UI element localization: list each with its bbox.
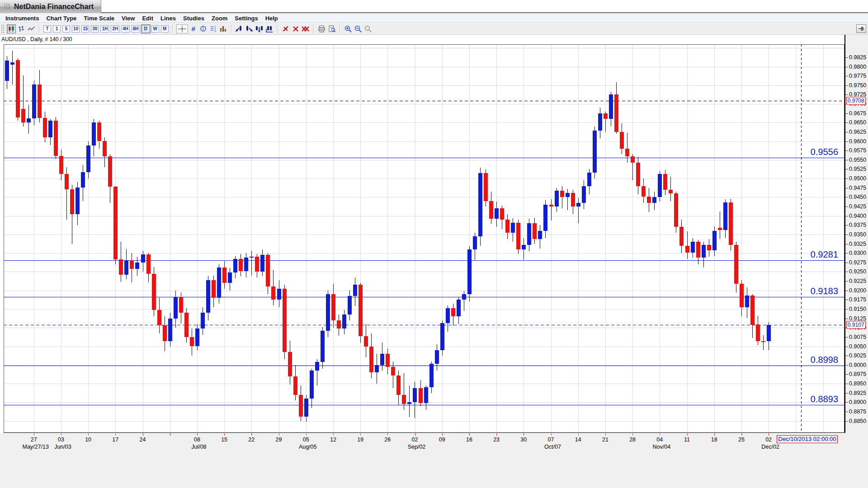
price-axis-tick	[845, 188, 848, 188]
expand-bars-button[interactable]	[265, 24, 274, 33]
time-axis-tick	[387, 433, 388, 436]
toolbar-separator	[172, 25, 173, 33]
support-resistance-label: 0.8998	[811, 355, 838, 365]
price-axis-tick	[845, 150, 848, 151]
price-axis-tick	[845, 67, 848, 67]
zoom-out-button[interactable]	[354, 24, 363, 33]
time-axis-week-label: 07	[548, 436, 554, 443]
time-axis-week-label: 17	[112, 436, 118, 443]
time-axis-week-label: 08	[194, 436, 200, 443]
price-axis-tick	[845, 319, 848, 319]
zoom-in-button[interactable]	[344, 24, 353, 33]
current-time-label: Dec/10/2013 02:00:00	[777, 435, 838, 443]
price-axis-tick	[845, 244, 848, 244]
zoom-out-icon	[354, 25, 362, 33]
toolbar-separator	[231, 25, 232, 33]
menu-view[interactable]: View	[118, 15, 138, 22]
time-axis-week-label: 27	[31, 436, 37, 443]
time-axis-tick	[660, 433, 660, 436]
print-button[interactable]	[317, 24, 326, 33]
menu-settings[interactable]: Settings	[231, 15, 261, 22]
timeframe-10-button[interactable]: 10	[72, 25, 80, 33]
timeframe-30-button[interactable]: 30	[91, 25, 99, 33]
price-axis-label: 0.9150	[849, 306, 866, 312]
toolbar-separator	[313, 25, 314, 33]
candlestick-chart-button[interactable]	[7, 24, 16, 33]
timeframe-5-button[interactable]: 5	[62, 25, 70, 33]
timeframe-4h-button[interactable]: 4H	[121, 25, 130, 33]
window-title-tab[interactable]: NetDania FinanceChart	[0, 0, 101, 13]
timeframe-1-button[interactable]: 1	[53, 25, 61, 33]
menu-zoom[interactable]: Zoom	[208, 15, 231, 22]
timeframe-15-button[interactable]: 15	[81, 25, 89, 33]
time-axis-month-label: Aug/05	[299, 444, 317, 450]
price-axis-tick	[845, 206, 848, 207]
menu-edit[interactable]: Edit	[138, 15, 157, 22]
timeframe-d-button[interactable]: D	[142, 25, 150, 33]
timeframe-1h-button[interactable]: 1H	[100, 25, 109, 33]
line-chart-button[interactable]	[27, 24, 36, 33]
timeframe-w-button[interactable]: W	[151, 25, 159, 33]
print-preview-button[interactable]	[327, 24, 336, 33]
pin-icon	[858, 26, 864, 32]
timeframe-t-button[interactable]: T	[43, 25, 51, 33]
time-axis-tick	[524, 433, 524, 436]
ohlc-bar-chart-button[interactable]	[17, 24, 26, 33]
info-button[interactable]	[199, 24, 208, 33]
menu-lines[interactable]: Lines	[157, 15, 179, 22]
price-axis-tick	[845, 402, 848, 403]
time-axis-tick	[578, 433, 579, 436]
menu-time-scale[interactable]: Time Scale	[80, 15, 118, 22]
price-axis-label: 0.8975	[849, 371, 866, 377]
time-axis[interactable]: Dec/10/2013 02:00:00 27May/27/1303Jun/03…	[0, 433, 868, 488]
zoom-reset-button[interactable]	[363, 24, 373, 33]
menu-studies[interactable]: Studies	[179, 15, 208, 22]
price-axis-tick	[845, 225, 848, 225]
ohlc-bar-chart-icon	[18, 25, 25, 33]
time-axis-week-label: 15	[221, 436, 227, 443]
price-axis-tick	[845, 337, 848, 338]
menu-chart-type[interactable]: Chart Type	[42, 15, 80, 22]
price-axis-label: 0.9550	[849, 157, 866, 163]
timeframe-m-button[interactable]: M	[161, 25, 169, 33]
price-axis-label: 0.9425	[849, 203, 866, 210]
support-resistance-label: 0.9281	[811, 249, 838, 260]
menu-bar: InstrumentsChart TypeTime ScaleViewEditL…	[0, 14, 868, 23]
grid-toggle-button[interactable]: #	[189, 24, 198, 33]
time-axis-tick	[251, 433, 252, 436]
timeframe-8h-button[interactable]: 8H	[132, 25, 140, 33]
price-axis-label: 0.9475	[849, 185, 866, 191]
pin-panel-button[interactable]	[856, 24, 866, 33]
toolbar-separator	[277, 25, 278, 33]
time-axis-tick	[333, 433, 334, 436]
time-axis-week-label: 02	[765, 436, 772, 443]
timeframe-2h-button[interactable]: 2H	[111, 25, 119, 33]
price-axis[interactable]: 0.98250.98000.97750.97500.97250.97000.96…	[844, 35, 868, 433]
time-axis-week-label: 02	[412, 436, 418, 443]
menu-help[interactable]: Help	[262, 15, 282, 22]
compress-bars-button[interactable]	[255, 24, 264, 33]
price-axis-label: 0.9450	[849, 194, 866, 200]
price-axis-tick	[845, 393, 848, 394]
menu-instruments[interactable]: Instruments	[2, 15, 42, 22]
delete-all-button[interactable]	[301, 24, 310, 33]
delete-selected-button[interactable]	[291, 24, 300, 33]
price-axis-tick	[845, 412, 848, 412]
crosshair-button[interactable]	[176, 24, 188, 33]
time-axis-tick	[496, 433, 497, 436]
price-chart-canvas[interactable]	[4, 44, 844, 433]
time-axis-tick	[714, 433, 715, 436]
time-axis-week-label: 21	[602, 436, 609, 443]
price-levels-button[interactable]: 123	[209, 24, 218, 33]
shift-bars-right-button[interactable]	[245, 24, 254, 33]
svg-text:3: 3	[214, 30, 216, 32]
delete-line-button[interactable]	[281, 24, 290, 33]
volume-histogram-icon	[220, 25, 226, 32]
price-axis-tick	[845, 216, 848, 216]
time-axis-tick	[115, 433, 116, 436]
chart-plot-area[interactable]: AUD/USD , Daily, # 140 / 300 0.95560.928…	[0, 35, 844, 433]
price-axis-label: 0.9650	[849, 119, 866, 126]
volume-button[interactable]	[219, 24, 228, 33]
shift-bars-left-button[interactable]	[235, 24, 244, 33]
toolbar-drag-handle[interactable]	[1, 25, 4, 33]
